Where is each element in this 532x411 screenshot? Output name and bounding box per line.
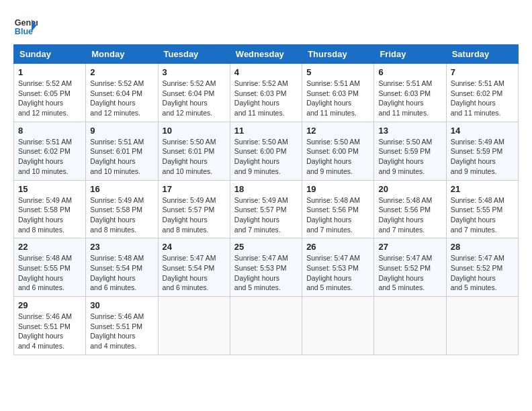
daylight-duration: and 5 minutes. [306,283,353,291]
day-number: 18 [234,184,298,194]
calendar-week-5: 29 Sunrise: 5:46 AM Sunset: 5:51 PM Dayl… [14,297,519,355]
daylight-duration: and 8 minutes. [90,226,136,234]
sunrise-text: Sunrise: 5:47 AM [234,254,288,262]
daylight-text: Daylight hours [163,216,208,224]
day-info: Sunrise: 5:50 AM Sunset: 6:00 PM Dayligh… [234,137,298,177]
day-number: 6 [378,67,441,77]
daylight-text: Daylight hours [306,216,351,224]
day-info: Sunrise: 5:48 AM Sunset: 5:55 PM Dayligh… [451,195,514,235]
daylight-text: Daylight hours [451,274,496,282]
daylight-text: Daylight hours [451,157,496,165]
sunrise-text: Sunrise: 5:47 AM [378,254,432,262]
day-info: Sunrise: 5:46 AM Sunset: 5:51 PM Dayligh… [90,312,153,351]
calendar-cell [230,297,302,355]
sunset-text: Sunset: 6:03 PM [234,89,287,97]
day-info: Sunrise: 5:51 AM Sunset: 6:01 PM Dayligh… [90,137,153,177]
calendar-cell: 14 Sunrise: 5:49 AM Sunset: 5:59 PM Dayl… [446,122,518,180]
day-info: Sunrise: 5:48 AM Sunset: 5:56 PM Dayligh… [378,195,441,235]
sunset-text: Sunset: 6:04 PM [90,89,142,97]
weekday-header-saturday: Saturday [446,45,518,64]
day-number: 19 [306,184,369,194]
daylight-duration: and 9 minutes. [378,167,425,175]
calendar-cell: 12 Sunrise: 5:50 AM Sunset: 6:00 PM Dayl… [302,122,374,180]
day-number: 12 [306,126,369,136]
daylight-duration: and 4 minutes. [90,342,136,350]
day-number: 26 [306,242,369,252]
day-info: Sunrise: 5:47 AM Sunset: 5:53 PM Dayligh… [306,253,369,293]
sunset-text: Sunset: 5:58 PM [18,205,71,214]
sunrise-text: Sunrise: 5:51 AM [90,138,144,146]
daylight-duration: and 9 minutes. [451,167,497,175]
daylight-text: Daylight hours [90,216,135,224]
day-number: 24 [163,242,226,252]
calendar-cell: 4 Sunrise: 5:52 AM Sunset: 6:03 PM Dayli… [230,64,302,122]
day-number: 17 [163,184,226,194]
daylight-text: Daylight hours [378,157,423,165]
page-header: General Blue [13,13,519,38]
daylight-text: Daylight hours [306,157,351,165]
weekday-header-sunday: Sunday [14,45,86,64]
day-number: 20 [378,184,441,194]
calendar-cell: 21 Sunrise: 5:48 AM Sunset: 5:55 PM Dayl… [446,180,518,238]
sunset-text: Sunset: 5:59 PM [378,147,431,155]
calendar-week-2: 8 Sunrise: 5:51 AM Sunset: 6:02 PM Dayli… [14,122,519,180]
day-number: 16 [90,184,153,194]
daylight-text: Daylight hours [18,157,63,165]
day-info: Sunrise: 5:51 AM Sunset: 6:02 PM Dayligh… [451,79,514,118]
calendar-cell [158,297,230,355]
day-number: 28 [451,242,514,252]
sunset-text: Sunset: 6:00 PM [234,147,287,155]
calendar-cell: 18 Sunrise: 5:49 AM Sunset: 5:57 PM Dayl… [230,180,302,238]
weekday-header-tuesday: Tuesday [158,45,230,64]
sunrise-text: Sunrise: 5:50 AM [163,138,216,146]
sunset-text: Sunset: 5:54 PM [90,264,142,272]
sunset-text: Sunset: 6:01 PM [90,147,142,155]
day-info: Sunrise: 5:46 AM Sunset: 5:51 PM Dayligh… [18,312,81,351]
sunrise-text: Sunrise: 5:50 AM [306,138,360,146]
sunset-text: Sunset: 5:57 PM [234,205,287,214]
sunrise-text: Sunrise: 5:49 AM [18,196,72,204]
day-info: Sunrise: 5:48 AM Sunset: 5:54 PM Dayligh… [90,253,153,293]
day-number: 8 [18,126,81,136]
sunset-text: Sunset: 6:03 PM [378,89,431,97]
day-number: 1 [18,67,81,77]
sunset-text: Sunset: 5:55 PM [451,205,503,214]
daylight-duration: and 10 minutes. [163,167,213,175]
sunrise-text: Sunrise: 5:49 AM [451,138,504,146]
calendar-table: SundayMondayTuesdayWednesdayThursdayFrid… [13,44,519,355]
calendar-cell: 29 Sunrise: 5:46 AM Sunset: 5:51 PM Dayl… [14,297,86,355]
calendar-cell: 2 Sunrise: 5:52 AM Sunset: 6:04 PM Dayli… [86,64,158,122]
sunset-text: Sunset: 6:05 PM [18,89,71,97]
daylight-text: Daylight hours [234,216,279,224]
daylight-text: Daylight hours [18,99,63,107]
sunrise-text: Sunrise: 5:49 AM [234,196,288,204]
daylight-text: Daylight hours [90,99,135,107]
sunrise-text: Sunrise: 5:48 AM [378,196,432,204]
day-info: Sunrise: 5:49 AM Sunset: 5:58 PM Dayligh… [90,195,153,235]
daylight-text: Daylight hours [18,332,63,340]
day-number: 5 [306,67,369,77]
sunset-text: Sunset: 6:01 PM [163,147,215,155]
calendar-cell: 25 Sunrise: 5:47 AM Sunset: 5:53 PM Dayl… [230,238,302,297]
daylight-text: Daylight hours [163,99,208,107]
day-number: 15 [18,184,81,194]
day-number: 27 [378,242,441,252]
sunset-text: Sunset: 5:51 PM [90,322,142,330]
daylight-duration: and 8 minutes. [163,226,209,234]
daylight-duration: and 9 minutes. [306,167,353,175]
sunrise-text: Sunrise: 5:51 AM [306,79,360,87]
calendar-cell: 7 Sunrise: 5:51 AM Sunset: 6:02 PM Dayli… [446,64,518,122]
day-info: Sunrise: 5:48 AM Sunset: 5:55 PM Dayligh… [18,253,81,293]
daylight-text: Daylight hours [90,332,135,340]
daylight-duration: and 12 minutes. [163,109,213,117]
sunrise-text: Sunrise: 5:52 AM [90,79,144,87]
daylight-text: Daylight hours [90,274,135,282]
day-info: Sunrise: 5:52 AM Sunset: 6:04 PM Dayligh… [90,79,153,118]
day-number: 14 [451,126,514,136]
calendar-cell: 22 Sunrise: 5:48 AM Sunset: 5:55 PM Dayl… [14,238,86,297]
sunset-text: Sunset: 5:52 PM [451,264,503,272]
day-info: Sunrise: 5:52 AM Sunset: 6:03 PM Dayligh… [234,79,298,118]
daylight-text: Daylight hours [18,216,63,224]
sunrise-text: Sunrise: 5:51 AM [18,138,72,146]
sunrise-text: Sunrise: 5:48 AM [90,254,144,262]
